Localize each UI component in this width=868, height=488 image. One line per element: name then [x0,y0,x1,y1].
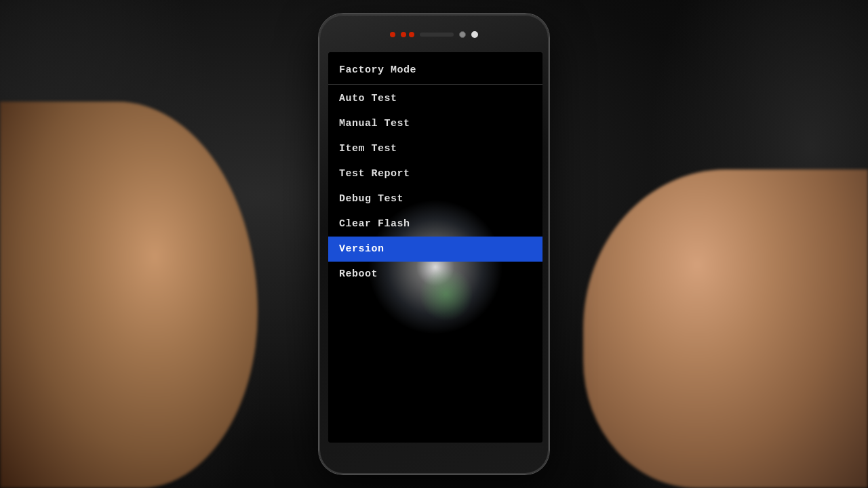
white-dot-sensor [471,31,478,38]
menu-item-factory-mode[interactable]: Factory Mode [328,58,542,83]
menu-list: Factory ModeAuto TestManual TestItem Tes… [328,58,542,287]
menu-item-auto-test[interactable]: Auto Test [328,86,542,111]
sensor-dot-2 [401,32,406,37]
menu-item-reboot[interactable]: Reboot [328,262,542,287]
menu-item-clear-flash[interactable]: Clear Flash [328,211,542,237]
menu-item-debug-test[interactable]: Debug Test [328,186,542,211]
sensor-dot-1 [390,32,395,37]
phone-body: Factory ModeAuto TestManual TestItem Tes… [319,14,549,474]
menu-item-manual-test[interactable]: Manual Test [328,111,542,136]
phone-top-bar [380,25,488,44]
sensor-dot-group [401,32,414,37]
speaker-bar [420,33,454,37]
screen-content: Factory ModeAuto TestManual TestItem Tes… [328,52,542,443]
sensor-dot-3 [409,32,414,37]
camera-dot [459,31,466,38]
menu-item-test-report[interactable]: Test Report [328,161,542,186]
menu-separator [328,84,542,85]
menu-item-version[interactable]: Version [328,237,542,262]
menu-item-item-test[interactable]: Item Test [328,136,542,161]
phone-screen: Factory ModeAuto TestManual TestItem Tes… [328,52,542,443]
hand-right [583,169,868,488]
